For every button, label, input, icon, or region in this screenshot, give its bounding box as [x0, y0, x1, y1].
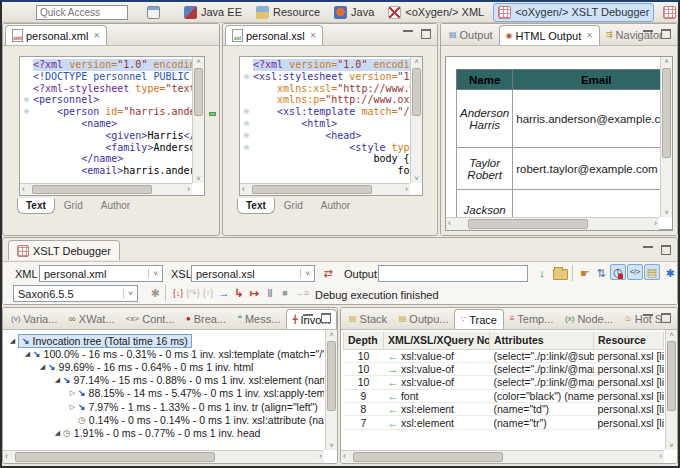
code-line[interactable]: ⊖<personnel> [20, 94, 192, 106]
output-file-field[interactable] [378, 265, 528, 282]
tree-row[interactable]: ◢↘100.0% - 16 ms - 0.31% - 0 ms 1 inv. x… [5, 347, 324, 360]
mode-tab-author[interactable]: Author [92, 198, 139, 214]
mode-tab-grid[interactable]: Grid [275, 198, 312, 214]
scroll-up-arrow[interactable]: ˄ [193, 57, 204, 66]
code-line[interactable]: <given>Harris</ [20, 130, 192, 142]
quick-access-input[interactable] [36, 5, 128, 20]
tab-context[interactable]: <x> Cont... [120, 309, 180, 329]
debugger-settings-gear-icon[interactable]: ✱ [662, 265, 678, 281]
trace-row[interactable]: 7← xsl:element(name="tr")personal.xsl [l… [344, 416, 664, 429]
xml-source-combo[interactable]: personal.xml ˅ [39, 265, 163, 282]
chevron-down-icon[interactable]: ˅ [123, 289, 137, 298]
tree-expander-icon[interactable]: ◢ [7, 337, 18, 345]
scroll-up-arrow[interactable]: ˄ [411, 57, 422, 66]
engine-settings-gear-icon[interactable]: ✱ [147, 285, 163, 301]
tab-trace[interactable]: ∵ Trace [454, 309, 504, 329]
perspective-oxygen-xslt-debugger[interactable]: <oXygen/> XSLT Debugger [493, 3, 654, 22]
code-line[interactable]: <?xml version="1.0" encodin [240, 59, 410, 71]
vertical-scrollbar[interactable]: ˄ ˅ [665, 330, 677, 450]
scroll-left-arrow[interactable]: ‹ [22, 184, 25, 195]
scrollbar-thumb[interactable] [662, 68, 671, 158]
resource-column-header[interactable]: Resource [594, 332, 664, 349]
step-out-icon[interactable]: {↑} [200, 285, 216, 301]
show-markup-toggle[interactable]: </> [627, 264, 643, 280]
tab-xwatch[interactable]: ∞ XWat... [63, 309, 120, 329]
minimize-button[interactable] [641, 312, 655, 324]
scrollbar-thumb[interactable] [667, 341, 676, 411]
tree-expander-icon[interactable]: ▷ [67, 389, 78, 397]
attributes-column-header[interactable]: Attributes [490, 332, 594, 349]
trace-row[interactable]: 8← xsl:element(name="td")personal.xsl [l… [344, 403, 664, 416]
tree-row[interactable]: ▷↘7.97% - 1 ms - 1.33% - 0 ms 1 inv. tr … [5, 400, 324, 413]
code-line[interactable]: <name> [20, 118, 192, 130]
tab-html-output[interactable]: ◉ HTML Output ✕ [499, 25, 600, 45]
editor-tab-personal-xml[interactable]: xml personal.xml ✕ [5, 25, 107, 45]
fold-toggle-icon[interactable]: ⊖ [240, 71, 253, 83]
tree-expander-icon[interactable]: ◢ [37, 363, 48, 371]
minimize-button[interactable] [301, 312, 315, 324]
code-line[interactable]: ⊖ <xsl:template match="/" [240, 106, 410, 118]
xsl-source-combo[interactable]: personal.xsl ˅ [191, 265, 315, 282]
tree-expander-icon[interactable]: ◢ [52, 376, 63, 384]
tree-expander-icon[interactable]: ◢ [22, 350, 33, 358]
scroll-down-arrow[interactable]: ˅ [661, 208, 672, 217]
code-line[interactable]: ⊖ <html> [240, 118, 410, 130]
scrollbar-thumb[interactable] [32, 185, 152, 194]
scrollbar-thumb[interactable] [468, 219, 588, 229]
tree-row[interactable]: ◢↘97.14% - 15 ms - 0.88% - 0 ms 1 inv. x… [5, 374, 324, 387]
mode-tab-author[interactable]: Author [312, 198, 359, 214]
minimize-button[interactable] [641, 244, 655, 256]
scroll-up-arrow[interactable]: ˄ [661, 57, 672, 66]
engine-combo[interactable]: Saxon6.5.5 ˅ [13, 285, 138, 302]
selected-tree-node[interactable]: ↘Invocation tree (Total time 16 ms) [18, 334, 192, 348]
chevron-down-icon[interactable]: ˅ [300, 269, 314, 278]
mode-tab-text[interactable]: Text [237, 198, 275, 214]
fold-toggle-icon[interactable]: ⊖ [240, 142, 253, 154]
pause-icon[interactable]: ‖ [262, 285, 278, 301]
stop-icon[interactable]: ■ [277, 285, 293, 301]
vertical-scrollbar[interactable]: ˄ ˅ [325, 330, 337, 450]
profile-toggle[interactable]: ◷ [610, 264, 626, 280]
tab-templates[interactable]: ≡ Temp... [504, 309, 559, 329]
tab-breakpoints[interactable]: ● Brea... [180, 309, 232, 329]
close-icon[interactable]: ✕ [310, 31, 317, 40]
editor-tab-personal-xsl[interactable]: xsl personal.xsl ✕ [225, 25, 323, 45]
code-line[interactable]: xmlns:xsl="http://www.w [240, 83, 410, 95]
mode-tab-grid[interactable]: Grid [55, 198, 92, 214]
horizontal-scrollbar[interactable]: ‹ › [3, 450, 324, 463]
tree-row[interactable]: ◢↘99.69% - 16 ms - 0.64% - 0 ms 1 inv. h… [5, 360, 324, 373]
horizontal-scrollbar[interactable]: ‹ › [240, 183, 410, 195]
scrollbar-thumb[interactable] [412, 68, 421, 116]
open-folder-icon[interactable] [553, 269, 568, 280]
fold-toggle-icon[interactable]: ⊖ [240, 130, 253, 142]
save-output-icon[interactable]: ↓ [534, 265, 550, 281]
code-line[interactable]: ⊖<xsl:stylesheet version="1. [240, 71, 410, 83]
scroll-left-arrow[interactable]: ‹ [343, 451, 346, 462]
scroll-down-arrow[interactable]: ˅ [193, 174, 204, 183]
code-editor-xml[interactable]: <?xml version="1.0" encodin<!DOCTYPE per… [19, 56, 205, 196]
tab-variables[interactable]: (v) Varia... [5, 309, 63, 329]
maximize-button[interactable] [659, 312, 673, 324]
horizontal-scrollbar[interactable]: ‹ › [341, 450, 664, 463]
tree-row[interactable]: ◢◷1.91% - 0 ms - 0.77% - 0 ms 1 inv. hea… [5, 426, 324, 439]
tab-nodes[interactable]: (x) Node... [559, 309, 618, 329]
code-line[interactable]: xmlns:p="http://www.oxy [240, 94, 410, 106]
xslt-debugger-tab[interactable]: XSLT Debugger [8, 240, 120, 260]
scrollbar-thumb[interactable] [194, 68, 203, 116]
trace-row[interactable]: 10← xsl:value-of(select="./p:link/@man..… [344, 376, 664, 389]
trace-row[interactable]: 10← xsl:value-of(select="./p:link/@subo.… [344, 349, 664, 362]
scrollbar-thumb[interactable] [327, 341, 336, 411]
code-line[interactable]: ⊖ <style type [240, 142, 410, 154]
scroll-left-arrow[interactable]: ‹ [5, 451, 8, 462]
run-icon[interactable]: → [216, 285, 232, 301]
show-current-node-icon[interactable]: →≡ [294, 285, 310, 301]
horizontal-scrollbar[interactable]: ‹ › [20, 183, 192, 195]
scroll-right-arrow[interactable]: › [319, 451, 322, 462]
maximize-button[interactable] [659, 244, 673, 256]
code-line[interactable]: <?xml-stylesheet type="text [20, 83, 192, 95]
tab-messages[interactable]: ❝ Mess... [232, 309, 286, 329]
synchronize-views-icon[interactable]: ⇅ [593, 265, 609, 281]
run-to-cursor-icon[interactable]: ↳ [231, 285, 247, 301]
trace-row[interactable]: 10→ xsl:value-of(select="./p:link/@man..… [344, 362, 664, 375]
scroll-left-arrow[interactable]: ‹ [242, 184, 245, 195]
